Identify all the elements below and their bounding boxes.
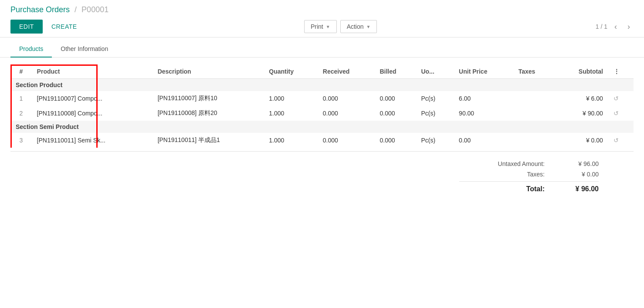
summary-untaxed: Untaxed Amount: ¥ 96.00 [459,159,599,169]
prev-button[interactable]: ‹ [611,20,620,33]
summary-taxes: Taxes: ¥ 0.00 [459,169,599,179]
products-table: # Product Description Quantity Received … [10,64,634,148]
untaxed-label: Untaxed Amount: [459,160,555,167]
next-button[interactable]: › [624,20,634,33]
table-cell: 1 [10,91,32,106]
table-cell: 6.00 [454,91,513,106]
table-cell: ¥ 90.00 [555,106,608,121]
tabs: Products Other Information [0,41,644,58]
table-section-row: Section Semi Product [10,121,634,133]
table-row[interactable]: 3[PN19110011] Semi Sk...[PN19110011] 半成品… [10,133,634,148]
col-header-billed: Billed [374,64,416,79]
table-row[interactable]: 1[PN19110007] Compo...[PN19110007] 原料101… [10,91,634,106]
table-cell: 2 [10,106,32,121]
action-label: Action [347,23,364,30]
table-cell: [PN19110011] 半成品1 [153,133,264,148]
table-cell: 0.000 [318,91,375,106]
toolbar: EDIT CREATE Print ▼ Action ▼ 1 / 1 ‹ › [0,16,644,37]
table-cell: 0.000 [318,133,375,148]
table-cell [513,91,555,106]
create-button[interactable]: CREATE [43,20,86,34]
col-header-subtotal: Subtotal [555,64,608,79]
tab-products[interactable]: Products [10,41,52,58]
table-cell: 1.000 [264,106,318,121]
pagination: 1 / 1 [596,23,607,30]
col-header-received: Received [318,64,375,79]
history-icon[interactable]: ↺ [608,133,634,148]
summary: Untaxed Amount: ¥ 96.00 Taxes: ¥ 0.00 To… [10,151,634,202]
table-row[interactable]: 2[PN19110008] Compo...[PN19110008] 原料201… [10,106,634,121]
col-header-unit-price: Unit Price [454,64,513,79]
table-cell: 3 [10,133,32,148]
table-cell: [PN19110008] Compo... [32,106,153,121]
total-value: ¥ 96.00 [555,185,599,193]
untaxed-value: ¥ 96.00 [555,160,599,167]
taxes-label: Taxes: [459,171,555,178]
summary-total: Total: ¥ 96.00 [459,181,599,195]
edit-button[interactable]: EDIT [10,20,43,34]
history-icon[interactable]: ↺ [608,91,634,106]
col-header-taxes: Taxes [513,64,555,79]
table-cell [513,106,555,121]
table-cell: [PN19110008] 原料20 [153,106,264,121]
table-cell: Pc(s) [416,106,454,121]
table-cell: Pc(s) [416,133,454,148]
record-name: P00001 [81,5,108,14]
history-icon[interactable]: ↺ [608,106,634,121]
app-name[interactable]: Purchase Orders [10,5,70,14]
table-section-row: Section Product [10,79,634,91]
table-cell: Pc(s) [416,91,454,106]
col-header-uom: Uo... [416,64,454,79]
col-header-quantity: Quantity [264,64,318,79]
table-cell: 0.000 [374,133,416,148]
toolbar-center: Print ▼ Action ▼ [86,20,596,33]
taxes-value: ¥ 0.00 [555,171,599,178]
print-caret-icon: ▼ [326,24,330,29]
action-caret-icon: ▼ [366,24,371,29]
table-cell: 90.00 [454,106,513,121]
table-area: # Product Description Quantity Received … [0,58,644,209]
table-cell [513,133,555,148]
breadcrumb: Purchase Orders / P00001 [0,0,644,16]
table-cell: [PN19110007] 原料10 [153,91,264,106]
breadcrumb-separator: / [75,5,77,14]
table-cell: 0.000 [318,106,375,121]
col-header-actions: ⋮ [608,64,634,79]
print-button[interactable]: Print ▼ [304,20,337,33]
table-cell: 1.000 [264,133,318,148]
toolbar-right: 1 / 1 ‹ › [596,20,634,33]
table-cell: ¥ 6.00 [555,91,608,106]
table-header-row: # Product Description Quantity Received … [10,64,634,79]
col-header-product: Product [32,64,153,79]
table-cell: 0.00 [454,133,513,148]
table-cell: 0.000 [374,106,416,121]
col-header-description: Description [153,64,264,79]
total-label: Total: [459,185,555,193]
print-label: Print [311,23,323,30]
action-button[interactable]: Action ▼ [340,20,377,33]
col-header-num: # [10,64,32,79]
table-wrapper: # Product Description Quantity Received … [10,64,634,148]
table-cell: 0.000 [374,91,416,106]
tab-other-information[interactable]: Other Information [52,41,117,58]
table-cell: [PN19110011] Semi Sk... [32,133,153,148]
table-cell: [PN19110007] Compo... [32,91,153,106]
table-cell: ¥ 0.00 [555,133,608,148]
table-cell: 1.000 [264,91,318,106]
